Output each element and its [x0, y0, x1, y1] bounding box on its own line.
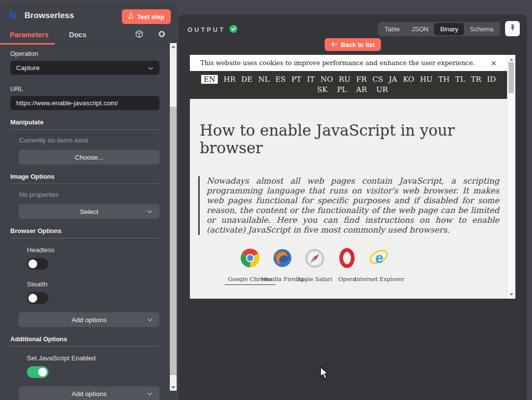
- flask-icon: [128, 13, 134, 21]
- language-link[interactable]: RU: [339, 75, 350, 84]
- manipulate-heading: Manipulate: [10, 118, 160, 130]
- mouse-cursor: [319, 367, 330, 382]
- chevron-down-icon: [147, 208, 153, 215]
- arrow-left-icon: [331, 41, 337, 48]
- chrome-icon: [240, 248, 260, 270]
- headless-label: Headless: [27, 246, 169, 254]
- browser-tab-safari[interactable]: Apple Safari: [299, 248, 331, 285]
- scrollbar-thumb[interactable]: [170, 107, 177, 375]
- intro-paragraph: Nowadays almost all web pages contain Ja…: [198, 176, 499, 235]
- headless-toggle[interactable]: [27, 258, 48, 270]
- webpage-content: How to enable JavaScript in your browser…: [190, 121, 515, 299]
- tab-schema[interactable]: Schema: [464, 23, 499, 35]
- language-link[interactable]: JA: [389, 75, 397, 84]
- url-input[interactable]: [10, 96, 160, 110]
- language-link[interactable]: IT: [307, 75, 315, 84]
- language-link[interactable]: DE: [241, 75, 253, 84]
- chevron-down-icon: [147, 390, 153, 398]
- language-link[interactable]: NL: [258, 75, 270, 84]
- url-label: URL: [10, 85, 169, 93]
- binary-output-preview: This website uses cookies to improve per…: [190, 55, 515, 299]
- language-link[interactable]: PT: [291, 75, 301, 84]
- pin-data-button[interactable]: [505, 21, 520, 36]
- operation-select[interactable]: Capture: [10, 61, 160, 75]
- toggle-knob: [28, 294, 37, 303]
- toggle-knob: [38, 368, 47, 376]
- tab-parameters[interactable]: Parameters: [10, 31, 48, 39]
- panel-tab-bar: Parameters Docs: [0, 26, 179, 44]
- language-link[interactable]: KO: [403, 75, 414, 84]
- cookie-banner: This website uses cookies to improve per…: [190, 55, 515, 71]
- scroll-up-button[interactable]: [508, 56, 515, 62]
- scrollbar-thumb[interactable]: [509, 62, 514, 93]
- language-link[interactable]: TH: [438, 75, 449, 84]
- image-options-empty-text: No properties: [19, 191, 169, 198]
- stealth-label: Stealth: [27, 281, 169, 288]
- language-link[interactable]: PL: [337, 85, 347, 94]
- scroll-down-button[interactable]: [508, 291, 515, 297]
- set-javascript-enabled-label: Set JavaScript Enabled: [27, 354, 169, 362]
- test-step-button[interactable]: Test step: [122, 9, 171, 24]
- tab-json[interactable]: JSON: [406, 23, 435, 35]
- operation-label: Operation: [10, 50, 169, 57]
- language-link[interactable]: HU: [420, 75, 433, 84]
- check-circle-icon: [230, 25, 237, 34]
- browser-add-options-button[interactable]: Add options: [19, 312, 160, 327]
- language-link[interactable]: TR: [471, 75, 481, 84]
- tab-binary[interactable]: Binary: [434, 23, 464, 35]
- page-title: How to enable JavaScript in your browser: [200, 121, 499, 157]
- image-options-heading: Image Options: [10, 173, 160, 184]
- language-link-selected[interactable]: EN: [201, 75, 218, 84]
- output-view-tabs: Table JSON Binary Schema: [378, 22, 500, 36]
- language-link[interactable]: CS: [372, 75, 383, 84]
- safari-icon: [304, 248, 325, 270]
- language-link[interactable]: HR: [224, 75, 235, 84]
- language-link[interactable]: AR: [356, 85, 367, 94]
- node-title: Browserless: [24, 11, 74, 21]
- language-link[interactable]: ES: [275, 75, 285, 84]
- browser-tab-internet-explorer[interactable]: e Internet Explorer: [363, 248, 395, 285]
- language-bar: EN HR DE NL ES PT IT NO RU FR CS JA KO H…: [190, 71, 515, 99]
- toggle-knob: [28, 259, 37, 268]
- browser-tab-firefox[interactable]: Mozilla Firefox: [266, 248, 299, 285]
- output-title: OUTPUT: [187, 25, 237, 34]
- tab-docs[interactable]: Docs: [69, 31, 86, 39]
- language-link[interactable]: ID: [487, 75, 496, 84]
- additional-options-heading: Additional Options: [10, 335, 160, 347]
- browser-options-heading: Browser Options: [10, 227, 160, 238]
- preview-scrollbar[interactable]: [507, 55, 515, 299]
- close-icon[interactable]: ×: [490, 59, 497, 68]
- chevron-down-icon: [148, 64, 154, 71]
- browserless-logo-icon: [8, 9, 19, 22]
- app-canvas: Browserless Test step Parameters Docs: [0, 0, 532, 400]
- language-link[interactable]: NO: [321, 75, 333, 84]
- scroll-up-button[interactable]: [170, 43, 177, 50]
- set-javascript-enabled-toggle[interactable]: [27, 366, 48, 378]
- language-link[interactable]: TL: [455, 75, 465, 84]
- pushpin-icon: [509, 24, 516, 33]
- opera-icon: [337, 248, 357, 270]
- tab-table[interactable]: Table: [379, 23, 406, 35]
- language-link[interactable]: UR: [376, 85, 388, 94]
- node-settings-panel: Browserless Test step Parameters Docs: [0, 4, 179, 400]
- language-link[interactable]: SK: [317, 85, 327, 94]
- additional-add-options-button[interactable]: Add options: [19, 386, 160, 400]
- image-options-select-button[interactable]: Select: [19, 204, 160, 219]
- firefox-icon: [272, 248, 293, 270]
- stealth-toggle[interactable]: [27, 292, 48, 304]
- panel-scrollbar[interactable]: [170, 43, 177, 391]
- svg-text:e: e: [375, 249, 384, 265]
- chevron-down-icon: [147, 316, 153, 324]
- scroll-down-button[interactable]: [170, 384, 177, 391]
- cube-icon[interactable]: [135, 30, 143, 40]
- gear-icon[interactable]: [158, 30, 166, 40]
- panel-header: Browserless Test step: [0, 4, 179, 26]
- output-panel: OUTPUT Table JSON Binary Schema: [179, 15, 527, 400]
- internet-explorer-icon: e: [369, 248, 390, 270]
- language-link[interactable]: FR: [356, 75, 367, 84]
- back-to-list-button[interactable]: Back to list: [324, 38, 381, 51]
- manipulate-empty-text: Currently no items exist: [19, 137, 169, 144]
- browser-selector-row: Google Chrome Mozilla Firefox: [234, 248, 499, 285]
- choose-button[interactable]: Choose...: [19, 150, 160, 165]
- parameters-form: Operation Capture URL Manipulate Current…: [0, 44, 179, 400]
